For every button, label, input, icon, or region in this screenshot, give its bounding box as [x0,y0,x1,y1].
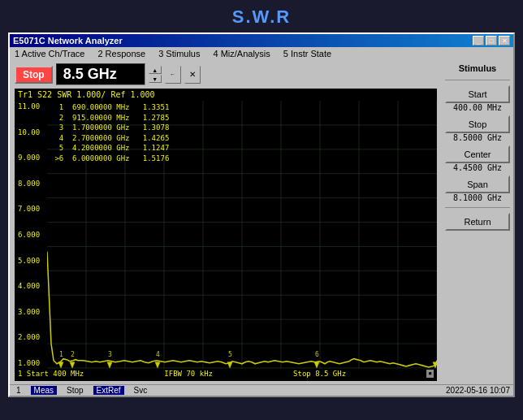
y-label-4: 4.000 [18,282,44,290]
svg-marker-26 [314,362,319,368]
span-value: 8.1000 GHz [445,193,510,202]
stop-button[interactable]: Stop [15,66,53,84]
y-label-5: 5.000 [18,257,44,265]
menu-bar: 1 Active Ch/Trace 2 Response 3 Stimulus … [10,47,513,60]
start-value: 400.00 MHz [445,103,510,112]
footer-stop: Stop 8.5 GHz [293,370,346,378]
center-section: Center 4.4500 GHz [445,145,510,172]
y-label-3: 3.000 [18,308,44,316]
status-stop[interactable]: Stop [63,386,87,395]
stop-section: Stop 8.5000 GHz [445,115,510,142]
divider-1 [445,80,510,80]
chart-body: 11.00 10.00 9.000 8.000 7.000 6.000 5.00… [15,101,437,369]
svg-text:6: 6 [315,349,319,357]
toolbar: Stop 8.5 GHz ▲ ▼ ← ✕ [11,62,440,87]
status-extref: ExtRef [93,386,124,395]
marker-3: 3 1.7000000 GHz 1.3078 [50,123,169,133]
window-title: E5071C Network Analyzer [13,36,123,45]
freq-back-button[interactable]: ← [165,66,181,84]
marker-1: 1 690.00000 MHz 1.3351 [50,102,169,113]
title-bar-buttons: _ □ ✕ [473,36,510,45]
footer-stop-icon: ▪ [426,370,434,378]
minimize-button[interactable]: _ [473,36,484,45]
start-button[interactable]: Start [445,85,510,103]
divider-2 [445,207,510,208]
chart-panel: Stop 8.5 GHz ▲ ▼ ← ✕ Tr1 S22 SWR 1.000/ … [10,60,442,384]
stimulus-label: Stimulus [445,63,510,73]
center-button[interactable]: Center [445,145,510,163]
stop-stim-button[interactable]: Stop [445,115,510,133]
menu-response[interactable]: 2 Response [96,48,147,59]
span-button[interactable]: Span [445,175,510,193]
svg-marker-21 [58,362,63,368]
status-svc: Svc [131,386,151,395]
footer-start: 1 Start 400 MHz [18,370,84,378]
close-button[interactable]: ✕ [499,36,510,45]
svg-text:5: 5 [228,349,232,357]
y-label-1: 1.000 [18,359,44,367]
return-button[interactable]: Return [445,213,510,231]
y-label-8: 8.000 [18,180,44,188]
maximize-button[interactable]: □ [486,36,497,45]
svg-marker-33 [433,362,437,368]
marker-4: 4 2.7000000 GHz 1.4265 [50,133,169,144]
start-section: Start 400.00 MHz [445,85,510,112]
svg-marker-24 [155,362,160,368]
menu-miz-analysis[interactable]: 4 Miz/Analysis [211,48,271,59]
svg-text:1: 1 [59,349,63,357]
marker-5: 5 4.2000000 GHz 1.1247 [50,143,169,154]
window: E5071C Network Analyzer _ □ ✕ 1 Active C… [8,32,515,397]
status-bar: 1 Meas Stop ExtRef Svc 2022-05-16 10:07 [10,384,513,396]
center-value: 4.4500 GHz [445,163,510,172]
chart-header: Tr1 S22 SWR 1.000/ Ref 1.000 [15,89,437,101]
menu-instr-state[interactable]: 5 Instr State [282,48,333,59]
freq-up-button[interactable]: ▲ [149,66,162,74]
svg-text:4: 4 [156,349,160,357]
y-label-9: 9.000 [18,154,44,162]
toolbar-arrows: ▲ ▼ [149,66,162,83]
span-section: Span 8.1000 GHz [445,175,510,202]
stop-value: 8.5000 GHz [445,133,510,142]
y-label-10: 10.00 [18,128,44,136]
freq-display: 8.5 GHz [56,63,145,85]
y-label-6: 6.000 [18,231,44,239]
title-bar: E5071C Network Analyzer _ □ ✕ [10,34,513,47]
marker-6: >6 6.0000000 GHz 1.5176 [50,154,169,164]
menu-stimulus[interactable]: 3 Stimulus [157,48,201,59]
y-label-7: 7.000 [18,205,44,213]
svg-text:3: 3 [108,349,112,357]
right-panel: Stimulus Start 400.00 MHz Stop 8.5000 GH… [442,60,513,384]
footer-ifbw: IFBW 70 kHz [164,370,213,378]
page-title: S.W.R [0,0,523,32]
svg-text:2: 2 [71,349,75,357]
return-section: Return [445,213,510,231]
status-meas[interactable]: Meas [31,386,57,395]
y-label-11: 11.00 [18,102,44,110]
close-chart-button[interactable]: ✕ [184,66,201,84]
svg-marker-25 [227,362,232,368]
menu-active-trace[interactable]: 1 Active Ch/Trace [13,48,86,59]
status-datetime: 2022-05-16 10:07 [446,386,510,395]
y-label-2: 2.000 [18,333,44,341]
marker-info: 1 690.00000 MHz 1.3351 2 915.00000 MHz 1… [50,102,169,164]
svg-marker-22 [70,362,75,368]
status-channel: 1 [13,386,24,395]
main-area: Stop 8.5 GHz ▲ ▼ ← ✕ Tr1 S22 SWR 1.000/ … [10,60,513,384]
chart-area: 1 2 3 4 5 6 1 690.00000 MHz 1.3351 [47,101,437,369]
freq-down-button[interactable]: ▼ [149,75,162,83]
svg-marker-23 [107,362,112,368]
y-axis: 11.00 10.00 9.000 8.000 7.000 6.000 5.00… [15,101,47,369]
chart-footer: 1 Start 400 MHz IFBW 70 kHz Stop 8.5 GHz… [15,369,437,379]
marker-2: 2 915.00000 MHz 1.2785 [50,113,169,123]
chart-container: Tr1 S22 SWR 1.000/ Ref 1.000 11.00 10.00… [15,89,437,381]
